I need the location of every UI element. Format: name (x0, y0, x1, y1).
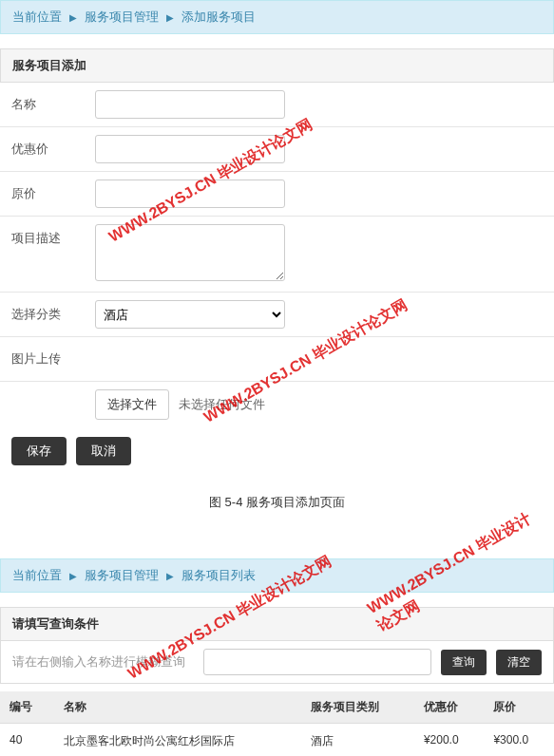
search-panel-title: 请填写查询条件 (1, 608, 553, 641)
chevron-right-icon: ▶ (69, 571, 77, 581)
breadcrumb-current: 当前位置 (12, 567, 62, 584)
cell-id: 40 (0, 724, 54, 757)
save-button[interactable]: 保存 (11, 437, 67, 465)
category-select[interactable]: 酒店 (95, 300, 285, 329)
breadcrumb-current: 当前位置 (12, 9, 62, 26)
clear-button[interactable]: 清空 (496, 650, 542, 675)
chevron-right-icon: ▶ (166, 571, 174, 581)
name-label: 名称 (0, 90, 95, 119)
col-original: 原价 (484, 691, 554, 724)
col-discount: 优惠价 (414, 691, 485, 724)
col-name: 名称 (54, 691, 300, 724)
choose-file-button[interactable]: 选择文件 (95, 389, 169, 420)
original-price-label: 原价 (0, 180, 95, 208)
query-button[interactable]: 查询 (441, 650, 487, 675)
breadcrumb-link-add[interactable]: 添加服务项目 (181, 9, 256, 26)
category-label: 选择分类 (0, 300, 95, 329)
description-textarea[interactable] (95, 224, 285, 281)
breadcrumb-link-list[interactable]: 服务项目列表 (181, 567, 256, 584)
breadcrumb-link-manage[interactable]: 服务项目管理 (85, 9, 159, 26)
original-price-input[interactable] (95, 180, 285, 208)
breadcrumb-2: 当前位置 ▶ 服务项目管理 ▶ 服务项目列表 (0, 558, 554, 593)
breadcrumb-1: 当前位置 ▶ 服务项目管理 ▶ 添加服务项目 (0, 0, 554, 34)
panel-title-add: 服务项目添加 (0, 48, 554, 83)
name-input[interactable] (95, 90, 285, 119)
discount-price-label: 优惠价 (0, 135, 95, 163)
cancel-button[interactable]: 取消 (76, 437, 131, 465)
search-hint-text: 请在右侧输入名称进行模糊查询 (12, 653, 185, 671)
figure-caption-1: 图 5-4 服务项目添加页面 (0, 475, 554, 530)
cell-original: ¥300.0 (484, 724, 554, 757)
cell-category: 酒店 (301, 724, 414, 757)
breadcrumb-link-manage[interactable]: 服务项目管理 (85, 567, 159, 584)
upload-label: 图片上传 (0, 345, 95, 373)
description-label: 项目描述 (0, 224, 95, 253)
table-row[interactable]: 40 北京墨客北欧时尚公寓红杉国际店 酒店 ¥200.0 ¥300.0 (0, 724, 554, 757)
col-category: 服务项目类别 (301, 691, 414, 724)
discount-price-input[interactable] (95, 135, 285, 163)
cell-name: 北京墨客北欧时尚公寓红杉国际店 (54, 724, 300, 757)
service-table: 编号 名称 服务项目类别 优惠价 原价 40 北京墨客北欧时尚公寓红杉国际店 酒… (0, 691, 554, 756)
file-status-text: 未选择任何文件 (179, 397, 265, 411)
cell-discount: ¥200.0 (414, 724, 485, 757)
chevron-right-icon: ▶ (69, 12, 77, 23)
search-input[interactable] (203, 649, 431, 675)
chevron-right-icon: ▶ (166, 12, 174, 23)
col-id: 编号 (0, 691, 54, 724)
